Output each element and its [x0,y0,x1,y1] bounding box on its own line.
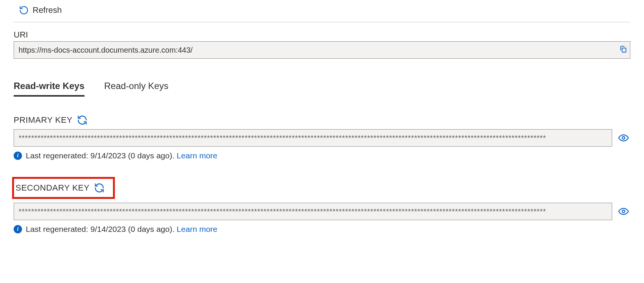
primary-key-section: PRIMARY KEY ****************************… [14,115,630,160]
uri-field-wrapper: https://ms-docs-account.documents.azure.… [14,41,630,59]
eye-icon [618,206,629,217]
info-icon: i [14,152,22,160]
secondary-key-label: SECONDARY KEY [16,183,89,193]
primary-key-learn-more-link[interactable]: Learn more [177,151,217,160]
copy-icon [619,45,627,53]
secondary-key-input[interactable]: ****************************************… [14,203,612,220]
uri-label: URI [14,30,630,40]
show-secondary-key-button[interactable] [617,203,630,220]
secondary-key-info-text: Last regenerated: 9/14/2023 (0 days ago)… [26,225,177,233]
show-primary-key-button[interactable] [617,129,630,147]
tab-read-only-keys[interactable]: Read-only Keys [104,81,168,97]
svg-point-2 [622,210,625,213]
info-icon: i [14,225,22,233]
secondary-key-highlight: SECONDARY KEY [12,177,115,199]
primary-key-label: PRIMARY KEY [14,115,72,125]
regenerate-icon [77,115,88,125]
uri-input[interactable]: https://ms-docs-account.documents.azure.… [14,41,630,59]
svg-rect-0 [622,48,626,52]
refresh-button[interactable]: Refresh [17,4,64,17]
regenerate-icon [94,183,105,193]
primary-key-input[interactable]: ****************************************… [14,129,612,147]
secondary-key-section: SECONDARY KEY **************************… [14,177,630,234]
copy-uri-button[interactable] [619,45,627,55]
eye-icon [618,133,629,143]
key-tabs: Read-write Keys Read-only Keys [14,81,630,97]
primary-key-info: i Last regenerated: 9/14/2023 (0 days ag… [14,151,630,160]
refresh-label: Refresh [33,5,62,15]
regenerate-secondary-key-button[interactable] [94,183,105,193]
toolbar: Refresh [14,0,630,22]
refresh-icon [19,5,29,15]
regenerate-primary-key-button[interactable] [77,115,88,125]
secondary-key-learn-more-link[interactable]: Learn more [177,225,217,233]
svg-point-1 [622,137,625,139]
secondary-key-info: i Last regenerated: 9/14/2023 (0 days ag… [14,225,630,234]
tab-read-write-keys[interactable]: Read-write Keys [14,81,85,97]
primary-key-info-text: Last regenerated: 9/14/2023 (0 days ago)… [26,151,177,160]
